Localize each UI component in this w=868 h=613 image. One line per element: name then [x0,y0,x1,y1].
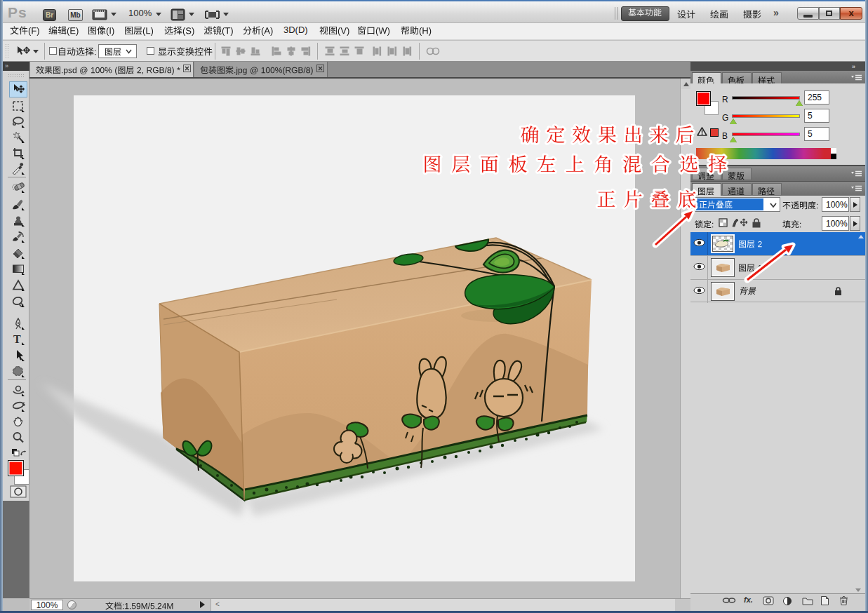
svg-text:T: T [13,333,21,345]
